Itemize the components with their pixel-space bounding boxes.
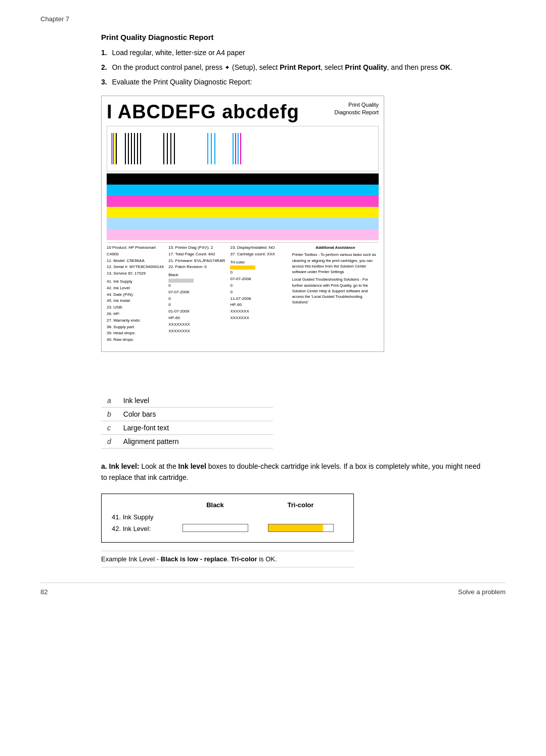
- ink-table: Black Tri-color 41. Ink Supply 42. Ink L…: [112, 501, 343, 535]
- legend-value-c: Large-font text: [117, 421, 273, 435]
- info-line-8: 45. Ink Instal:: [107, 298, 164, 304]
- footer: 82 Solve a problem: [40, 583, 506, 596]
- info-col-right: 23. Display/Installed: NO 37. Cartridge …: [230, 245, 288, 343]
- ink-level-tricolor-bar: [258, 522, 343, 535]
- vline-group-5: [233, 133, 241, 164]
- legend-key-b: b: [101, 408, 117, 421]
- info-right-9: HP-60: [230, 302, 288, 308]
- black-vline: [116, 133, 117, 164]
- ink-supply-label: 41. Ink Supply: [112, 512, 172, 522]
- info-line-13: 39. Head drops:: [107, 330, 164, 337]
- step-2-text-after-icon: (Setup), select: [230, 63, 280, 71]
- ink-level-black-bar: [172, 522, 258, 535]
- mixed-m2: [240, 133, 241, 164]
- section-a-intro-bold: Ink level:: [109, 462, 140, 470]
- step-2-bold2: Print Quality: [345, 63, 387, 71]
- ink-table-container: Black Tri-color 41. Ink Supply 42. Ink L…: [101, 494, 354, 543]
- legend-value-b: Color bars: [117, 408, 273, 421]
- info-mid-13: XXXXXXXX: [168, 322, 226, 328]
- example-bold-2: Tri-color: [231, 555, 257, 563]
- info-line-4: 13. Service ID: 17329: [107, 271, 164, 277]
- mixed-c: [233, 133, 234, 164]
- example-bold-1: Black is low - replace: [161, 555, 228, 563]
- report-title: I ABCDEFG abcdefg: [107, 101, 299, 123]
- tricolor-ink-bar-container: [268, 524, 334, 532]
- step-2: 2. On the product control panel, press ✦…: [101, 62, 506, 73]
- info-right-3: [230, 265, 255, 270]
- info-right-11: XXXXXXX: [230, 315, 288, 322]
- info-mid-2: 17. Total Page Count: 842: [168, 251, 226, 258]
- info-area: 10 Product: HP Photosmart C4900 11. Mode…: [107, 242, 379, 343]
- legend-value-d: Alignment pattern: [117, 435, 273, 449]
- step-number-3: 3.: [101, 78, 107, 86]
- step-number-2: 2.: [101, 63, 107, 71]
- info-mid-5: Black: [168, 272, 226, 279]
- example-text-after: is OK.: [257, 555, 277, 563]
- cyan-bar: [107, 185, 379, 196]
- ink-supply-black: [172, 512, 258, 522]
- info-col-mid: 15. Printer Diag (PXV): 2 17. Total Page…: [168, 245, 226, 343]
- legend-row-c: c Large-font text: [101, 421, 273, 435]
- ink-col-header-black: Black: [172, 501, 258, 512]
- info-right-8: 11-07-2008: [230, 296, 288, 302]
- vline-group-1: [111, 133, 117, 164]
- info-line-1: 10 Product: HP Photosmart C4900: [107, 245, 164, 258]
- section-a-label: a.: [101, 462, 107, 470]
- cyan-vline: [111, 133, 112, 164]
- bvline-d: [174, 133, 175, 164]
- info-mid-12: HP-60: [168, 315, 226, 322]
- info-right-10: XXXXXXX: [230, 308, 288, 315]
- ink-table-header: Black Tri-color: [112, 501, 343, 512]
- info-mid-1: 15. Printer Diag (PXV): 2: [168, 245, 226, 251]
- info-mid-7: 0: [168, 283, 226, 289]
- info-line-11: 27. Warranty ends:: [107, 318, 164, 324]
- info-line-10: 26. HP:: [107, 311, 164, 318]
- info-mid-4: 22. Patch Revision: 0: [168, 264, 226, 271]
- mixed-c2: [238, 133, 239, 164]
- ink-row-level: 42. Ink Level:: [112, 522, 343, 535]
- example-text: Example Ink Level - Black is low - repla…: [101, 551, 354, 567]
- info-right-spacer: Tri-color: [230, 259, 288, 266]
- info-right-6: 0: [230, 283, 288, 289]
- additional-assistance: Additional Assistance Printer Toolbox - …: [292, 245, 379, 343]
- light-magenta-bar: [107, 229, 379, 240]
- assistance-title: Additional Assistance: [292, 245, 379, 250]
- assistance-text-1: Printer Toolbox - To perform various tas…: [292, 252, 379, 275]
- info-right-5: 07-07-2008: [230, 276, 288, 283]
- info-line-12: 38. Supply part:: [107, 324, 164, 331]
- info-line-3: 12. Serial #: MYTE8C94000144: [107, 264, 164, 271]
- vline-group-2: [125, 133, 141, 164]
- section-title: Print Quality Diagnostic Report: [101, 33, 506, 41]
- info-line-9: 23. USB:: [107, 304, 164, 311]
- vertical-lines-area: [107, 126, 379, 171]
- info-line-5: 41. Ink Supply: [107, 279, 164, 285]
- info-mid-11: 01-07-2009: [168, 308, 226, 315]
- cyan-vline-3: [211, 133, 212, 164]
- ink-supply-tricolor: [258, 512, 343, 522]
- assistance-text-2: Local Guided Troubleshooting Solutions -…: [292, 277, 379, 305]
- report-container: I ABCDEFG abcdefg Print Quality Diagnost…: [101, 96, 455, 379]
- legend-row-d: d Alignment pattern: [101, 435, 273, 449]
- black-vline-4: [131, 133, 132, 164]
- legend-row-b: b Color bars: [101, 408, 273, 421]
- step-1: 1. Load regular, white, letter-size or A…: [101, 48, 506, 58]
- section-a-intro-text: Look at the: [141, 462, 178, 470]
- cyan-vline-4: [214, 133, 215, 164]
- mixed-m: [235, 133, 236, 164]
- info-mid-8: 07-07-2008: [168, 289, 226, 296]
- info-line-7: 44. Date (P/N):: [107, 292, 164, 298]
- black-bar: [107, 173, 379, 185]
- ink-col-header-label: [112, 501, 172, 512]
- black-vline-6: [137, 133, 138, 164]
- info-mid-14: XXXXXXXX: [168, 328, 226, 335]
- info-mid-3: 21. Firmware: EVLJFAG74RAR: [168, 258, 226, 264]
- report-box: I ABCDEFG abcdefg Print Quality Diagnost…: [101, 96, 384, 352]
- steps-list: 1. Load regular, white, letter-size or A…: [101, 48, 506, 87]
- chapter-label: Chapter 7: [40, 15, 506, 23]
- legend-key-a: a: [101, 394, 117, 408]
- section-a-inline-bold: Ink level: [178, 462, 206, 470]
- step-2-text-final: .: [450, 63, 452, 71]
- yellow-bar: [107, 207, 379, 218]
- vline-group-3: [163, 133, 175, 164]
- info-line-14: 40. Raw drops:: [107, 337, 164, 343]
